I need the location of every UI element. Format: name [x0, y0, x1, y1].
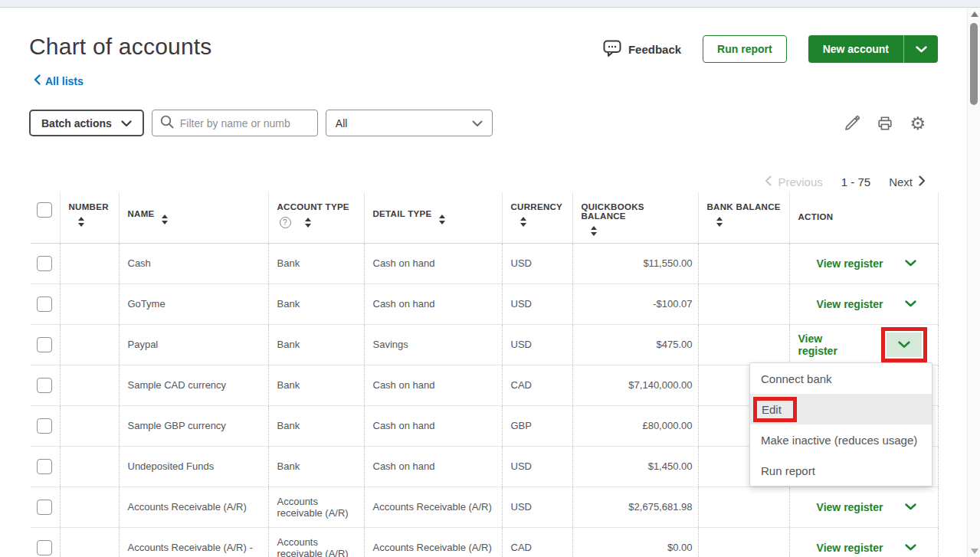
- column-header-currency[interactable]: CURRENCY: [502, 192, 572, 243]
- cell-detail-type: Cash on hand: [364, 243, 502, 283]
- cell-bank-balance: [698, 487, 789, 527]
- row-checkbox[interactable]: [37, 418, 52, 434]
- filter-search-box: [152, 110, 318, 136]
- menu-item-edit[interactable]: Edit: [750, 394, 932, 424]
- scroll-up-arrow-icon[interactable]: [971, 11, 978, 17]
- row-actions-chevron-icon[interactable]: [905, 260, 916, 267]
- row-checkbox[interactable]: [37, 500, 52, 515]
- cell-account-type: Bank: [268, 446, 364, 487]
- feedback-label: Feedback: [628, 43, 681, 56]
- menu-item-connect-bank[interactable]: Connect bank: [750, 363, 932, 394]
- cell-name: Sample GBP currency: [119, 405, 268, 446]
- batch-actions-dropdown[interactable]: Batch actions: [29, 110, 144, 136]
- chevron-left-icon: [34, 74, 41, 87]
- cell-name: Paypal: [119, 324, 268, 365]
- previous-label: Previous: [778, 175, 822, 188]
- cell-currency: GBP: [502, 405, 572, 446]
- row-actions-chevron-icon[interactable]: [905, 300, 916, 307]
- sort-icon[interactable]: [162, 215, 168, 224]
- cell-name: Accounts Receivable (A/R) -: [119, 527, 268, 557]
- cell-number: [60, 405, 119, 446]
- row-actions-chevron-icon[interactable]: [905, 503, 916, 510]
- view-register-link[interactable]: View register: [817, 298, 883, 310]
- view-register-link[interactable]: View register: [798, 333, 860, 357]
- new-account-chevron-button[interactable]: [904, 35, 938, 63]
- cell-currency: USD: [502, 446, 572, 487]
- sort-icon[interactable]: [305, 218, 311, 228]
- cell-number: [60, 324, 119, 365]
- sort-icon[interactable]: [78, 217, 84, 227]
- help-icon[interactable]: ?: [280, 217, 291, 228]
- row-checkbox[interactable]: [37, 337, 52, 352]
- row-checkbox[interactable]: [37, 256, 52, 271]
- row-checkbox[interactable]: [37, 540, 52, 555]
- feedback-button[interactable]: Feedback: [603, 40, 681, 59]
- cell-detail-type: Accounts Receivable (A/R): [364, 527, 502, 557]
- row-actions-context-menu: Connect bank Edit Make inactive (reduces…: [749, 362, 932, 487]
- cell-detail-type: Cash on hand: [364, 365, 502, 405]
- next-label: Next: [889, 175, 913, 188]
- cell-detail-type: Cash on hand: [364, 283, 502, 324]
- row-actions-chevron-button-open[interactable]: [887, 333, 922, 357]
- select-all-checkbox[interactable]: [37, 202, 52, 218]
- row-checkbox[interactable]: [37, 459, 52, 474]
- column-header-bank-balance[interactable]: BANK BALANCE: [698, 192, 789, 243]
- cell-quickbooks-balance: £80,000.00: [572, 405, 698, 446]
- cell-currency: CAD: [502, 365, 572, 405]
- sort-icon[interactable]: [591, 226, 597, 236]
- new-account-button[interactable]: New account: [808, 35, 903, 63]
- cell-account-type: Bank: [268, 283, 364, 324]
- column-header-account-type[interactable]: ACCOUNT TYPE ?: [268, 192, 364, 243]
- cell-bank-balance: [698, 527, 789, 557]
- cell-account-type: Bank: [268, 365, 364, 405]
- row-checkbox[interactable]: [37, 378, 52, 393]
- cell-number: [60, 487, 119, 527]
- cell-number: [60, 365, 119, 405]
- chevron-down-icon: [121, 117, 132, 129]
- cell-detail-type: Savings: [364, 324, 502, 365]
- column-header-action: ACTION: [789, 192, 938, 243]
- filter-search-input[interactable]: [180, 117, 310, 129]
- cell-name: Undeposited Funds: [119, 446, 268, 487]
- account-type-filter-dropdown[interactable]: All: [326, 110, 493, 136]
- table-tool-icons: ⚙: [844, 115, 926, 132]
- pencil-icon[interactable]: [844, 115, 860, 132]
- row-checkbox[interactable]: [37, 297, 52, 312]
- sort-icon[interactable]: [439, 215, 445, 224]
- sort-icon[interactable]: [520, 217, 526, 227]
- menu-item-run-report[interactable]: Run report: [750, 455, 932, 486]
- chevron-left-icon: [765, 175, 772, 188]
- gear-icon[interactable]: ⚙: [910, 115, 926, 132]
- menu-item-make-inactive[interactable]: Make inactive (reduces usage): [750, 424, 932, 455]
- cell-number: [60, 243, 119, 283]
- printer-icon[interactable]: [877, 115, 893, 132]
- accounts-table-container: NUMBER NAME ACCOUNT TYPE ? DETAIL TYPE: [31, 192, 938, 557]
- view-register-link[interactable]: View register: [817, 501, 883, 513]
- cell-quickbooks-balance: $11,550.00: [572, 243, 698, 283]
- column-header-detail-type[interactable]: DETAIL TYPE: [364, 192, 502, 243]
- view-register-link[interactable]: View register: [817, 257, 883, 270]
- table-row-gotyme: GoTyme Bank Cash on hand USD -$100.07 Vi…: [31, 283, 938, 324]
- vertical-scrollbar[interactable]: [967, 8, 980, 557]
- menu-item-edit-label: Edit: [762, 403, 782, 416]
- feedback-bubble-icon: [603, 40, 621, 59]
- cell-account-type: Bank: [268, 324, 364, 365]
- header-actions: Feedback Run report New account: [603, 35, 938, 63]
- column-header-name[interactable]: NAME: [119, 192, 268, 243]
- row-actions-chevron-icon[interactable]: [905, 544, 916, 551]
- column-header-quickbooks-balance[interactable]: QUICKBOOKS BALANCE: [572, 192, 698, 243]
- next-page-button[interactable]: Next: [889, 175, 926, 188]
- sort-icon[interactable]: [716, 217, 723, 227]
- annotation-red-box-edit: Edit: [753, 397, 797, 422]
- scroll-down-arrow-icon[interactable]: [971, 549, 978, 554]
- scrollbar-thumb[interactable]: [970, 23, 978, 105]
- all-lists-back-link[interactable]: All lists: [34, 74, 84, 87]
- run-report-button[interactable]: Run report: [703, 35, 787, 63]
- cell-number: [60, 283, 119, 324]
- view-register-link[interactable]: View register: [817, 542, 883, 554]
- type-filter-value: All: [336, 117, 348, 129]
- cell-currency: USD: [502, 487, 572, 527]
- column-header-number[interactable]: NUMBER: [60, 192, 119, 243]
- previous-page-button[interactable]: Previous: [765, 175, 822, 188]
- cell-quickbooks-balance: $1,450.00: [572, 446, 698, 487]
